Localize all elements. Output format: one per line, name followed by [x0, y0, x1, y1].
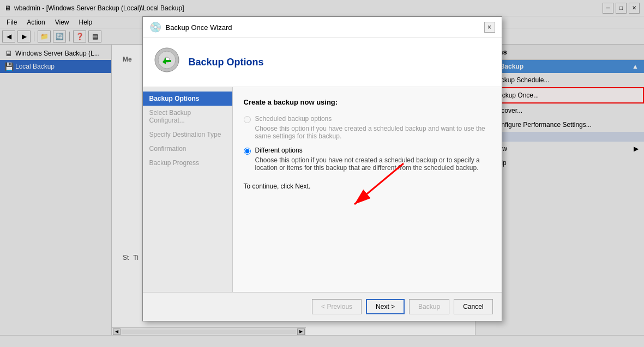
next-button[interactable]: Next >: [366, 299, 405, 314]
dialog-body: Backup Options Select Backup Configurat.…: [143, 87, 502, 292]
wizard-step-confirmation[interactable]: Confirmation: [143, 142, 232, 156]
dialog-title-left: 💿 Backup Once Wizard: [149, 21, 232, 33]
wizard-step-select-backup[interactable]: Select Backup Configurat...: [143, 106, 232, 127]
scheduled-backup-radio[interactable]: [244, 116, 251, 123]
wizard-step-specify-dest[interactable]: Specify Destination Type: [143, 127, 232, 142]
wizard-content-prompt: Create a backup now using:: [244, 98, 491, 106]
dialog-title-text: Backup Once Wizard: [166, 23, 232, 32]
scheduled-backup-label: Scheduled backup options: [255, 115, 491, 123]
dialog-title-icon: 💿: [149, 21, 161, 33]
scheduled-backup-desc: Choose this option if you have created a…: [255, 125, 491, 140]
dialog-overlay: 💿 Backup Once Wizard × Backup Options: [0, 0, 644, 347]
dialog-footer: < Previous Next > Backup Cancel: [143, 292, 502, 321]
different-options-radio[interactable]: [244, 148, 251, 155]
different-options-label: Different options: [255, 147, 491, 154]
dialog-header: Backup Options: [143, 38, 502, 87]
cancel-button[interactable]: Cancel: [454, 299, 492, 314]
wizard-content: Create a backup now using: Scheduled bac…: [233, 87, 502, 292]
different-options-option: Different options Choose this option if …: [244, 147, 491, 172]
wizard-step-backup-options[interactable]: Backup Options: [143, 92, 232, 106]
dialog-header-title: Backup Options: [189, 57, 264, 68]
dialog-close-button[interactable]: ×: [484, 22, 495, 33]
dialog-header-icon: [154, 47, 180, 78]
different-options-desc: Choose this option if you have not creat…: [255, 156, 491, 172]
scheduled-backup-content: Scheduled backup options Choose this opt…: [255, 115, 491, 140]
wizard-step-2-label: Specify Destination Type: [149, 131, 221, 138]
different-options-content: Different options Choose this option if …: [255, 147, 491, 172]
wizard-step-1-label: Select Backup Configurat...: [149, 109, 191, 124]
backup-options-radio-group: Scheduled backup options Choose this opt…: [244, 115, 491, 172]
dialog-title-bar: 💿 Backup Once Wizard ×: [143, 17, 502, 38]
wizard-step-3-label: Confirmation: [149, 145, 186, 153]
wizard-step-backup-progress[interactable]: Backup Progress: [143, 156, 232, 170]
prev-button[interactable]: < Previous: [312, 299, 362, 314]
wizard-note: To continue, click Next.: [244, 182, 491, 190]
backup-button[interactable]: Backup: [409, 299, 449, 314]
wizard-nav: Backup Options Select Backup Configurat.…: [143, 87, 233, 292]
wizard-step-4-label: Backup Progress: [149, 159, 199, 167]
wizard-step-0-label: Backup Options: [149, 95, 200, 102]
backup-once-dialog: 💿 Backup Once Wizard × Backup Options: [142, 16, 502, 321]
scheduled-backup-option: Scheduled backup options Choose this opt…: [244, 115, 491, 140]
